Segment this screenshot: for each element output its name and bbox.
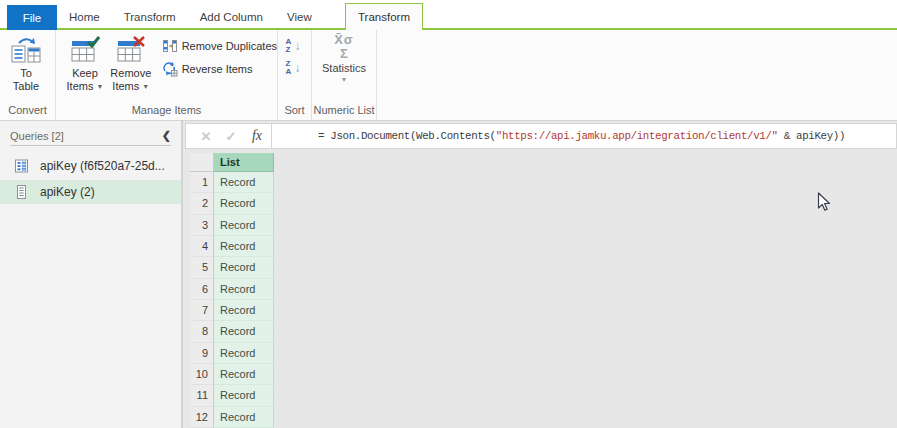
row-number[interactable]: 6 (190, 279, 214, 300)
tab-list-tools-transform-label: Transform (358, 11, 410, 23)
record-cell[interactable]: Record (214, 215, 274, 236)
query-table-icon (14, 158, 29, 174)
record-cell[interactable]: Record (214, 193, 274, 214)
table-row: 8Record (190, 321, 274, 342)
active-tab-accent-line (0, 28, 897, 30)
query-item-label: apiKey (2) (40, 185, 95, 199)
record-cell[interactable]: Record (214, 364, 274, 385)
sort-ascending-arrow: ↓ (295, 38, 301, 54)
query-item-label: apiKey (f6f520a7-25d... (40, 159, 165, 173)
row-number[interactable]: 10 (190, 364, 214, 385)
statistics-dropdown-arrow: ▼ (341, 76, 348, 83)
group-label-convert: Convert (0, 103, 55, 120)
remove-items-dropdown-arrow: ▼ (142, 83, 149, 90)
ribbon-group-manage-items: Keep Items ▼ Remove Items ▼ (56, 30, 278, 120)
statistics-button[interactable]: X̄σ Σ Statistics ▼ (322, 33, 366, 83)
remove-items-label-line2: Items (112, 80, 139, 92)
tab-transform-label: Transform (124, 11, 176, 23)
row-number[interactable]: 3 (190, 215, 214, 236)
row-number[interactable]: 1 (190, 172, 214, 193)
ribbon-group-convert: To Table Convert (0, 30, 56, 120)
remove-items-button[interactable]: Remove Items ▼ (106, 35, 156, 93)
row-number[interactable]: 4 (190, 236, 214, 257)
tab-list-tools-transform-active[interactable]: Transform (345, 3, 423, 30)
table-row: 7Record (190, 300, 274, 321)
to-table-label-line1: To (20, 67, 32, 79)
remove-items-icon (116, 35, 146, 67)
remove-duplicates-button[interactable]: Remove Duplicates (162, 38, 277, 54)
preview-area-background (183, 121, 897, 428)
formula-commit-button[interactable]: ✓ (223, 129, 239, 144)
reverse-items-label: Reverse Items (182, 63, 253, 75)
table-row: 10Record (190, 364, 274, 385)
group-label-sort: Sort (278, 103, 311, 120)
list-preview-grid: List 1Record 2Record 3Record 4Record 5Re… (190, 153, 274, 428)
tab-transform[interactable]: Transform (112, 5, 188, 28)
record-cell[interactable]: Record (214, 321, 274, 342)
tab-view[interactable]: View (275, 5, 324, 28)
formula-cancel-button[interactable]: ✕ (198, 129, 214, 144)
table-row: 9Record (190, 343, 274, 364)
queries-pane: Queries [2] ❮ apiKey (f6f520a7-25d... ap… (0, 121, 183, 428)
statistics-icon: X̄σ Σ (334, 33, 354, 60)
query-item-apikey-guid[interactable]: apiKey (f6f520a7-25d... (0, 154, 181, 178)
grid-corner-cell[interactable] (190, 153, 214, 172)
group-label-numeric-list: Numeric List (312, 103, 376, 120)
row-number[interactable]: 11 (190, 385, 214, 406)
statistics-label: Statistics (322, 62, 366, 74)
tab-file-label: File (23, 12, 42, 24)
record-cell[interactable]: Record (214, 279, 274, 300)
ribbon-group-sort: A Z ↓ Z A ↓ Sort (278, 30, 312, 120)
group-label-manage-items: Manage Items (56, 103, 277, 120)
reverse-items-icon (162, 61, 178, 77)
table-row: 11Record (190, 385, 274, 406)
tab-home-label: Home (69, 11, 100, 23)
remove-duplicates-icon (162, 38, 178, 54)
row-number[interactable]: 9 (190, 343, 214, 364)
ribbon-group-numeric-list: X̄σ Σ Statistics ▼ Numeric List (312, 30, 377, 120)
list-column-header[interactable]: List (214, 153, 274, 172)
ribbon-empty-space (377, 30, 897, 120)
to-table-button[interactable]: To Table (0, 35, 52, 93)
remove-duplicates-label: Remove Duplicates (182, 40, 277, 52)
record-cell[interactable]: Record (214, 172, 274, 193)
row-number[interactable]: 7 (190, 300, 214, 321)
record-cell[interactable]: Record (214, 343, 274, 364)
query-item-apikey-2-selected[interactable]: apiKey (2) (0, 180, 181, 204)
formula-code-suffix: & apiKey)) (778, 130, 845, 142)
queries-pane-header: Queries [2] ❮ (10, 129, 171, 146)
table-row: 2Record (190, 193, 274, 214)
formula-bar: ✕ ✓ fx = Json.Document(Web.Contents("htt… (185, 123, 897, 149)
record-cell[interactable]: Record (214, 300, 274, 321)
row-number[interactable]: 2 (190, 193, 214, 214)
mouse-cursor (817, 192, 831, 212)
remove-items-label-line1: Remove (110, 67, 151, 79)
record-cell[interactable]: Record (214, 385, 274, 406)
tab-file[interactable]: File (7, 5, 57, 30)
record-cell[interactable]: Record (214, 236, 274, 257)
table-row: 5Record (190, 257, 274, 278)
row-number[interactable]: 12 (190, 407, 214, 428)
row-number[interactable]: 8 (190, 321, 214, 342)
tab-add-column-label: Add Column (200, 11, 263, 23)
table-row: 6Record (190, 279, 274, 300)
keep-items-button[interactable]: Keep Items ▼ (64, 35, 106, 93)
record-cell[interactable]: Record (214, 407, 274, 428)
ribbon: To Table Convert Keep Items ▼ (0, 30, 897, 121)
query-list-icon (14, 184, 29, 200)
tab-view-label: View (287, 11, 312, 23)
sort-ascending-icon-bottom: Z (286, 46, 291, 54)
tab-add-column[interactable]: Add Column (188, 5, 275, 28)
formula-fx-button[interactable]: fx (248, 128, 266, 144)
tab-home[interactable]: Home (57, 5, 112, 28)
keep-items-label-line1: Keep (72, 67, 98, 79)
formula-input[interactable]: = Json.Document(Web.Contents("https://ap… (272, 130, 845, 142)
reverse-items-button[interactable]: Reverse Items (162, 61, 277, 77)
sort-descending-button[interactable]: Z A ↓ (286, 60, 304, 76)
row-number[interactable]: 5 (190, 257, 214, 278)
queries-pane-title: Queries [2] (10, 130, 64, 142)
record-cell[interactable]: Record (214, 257, 274, 278)
sort-descending-arrow: ↓ (295, 60, 301, 76)
collapse-pane-button[interactable]: ❮ (162, 129, 171, 142)
sort-ascending-button[interactable]: A Z ↓ (286, 38, 304, 54)
